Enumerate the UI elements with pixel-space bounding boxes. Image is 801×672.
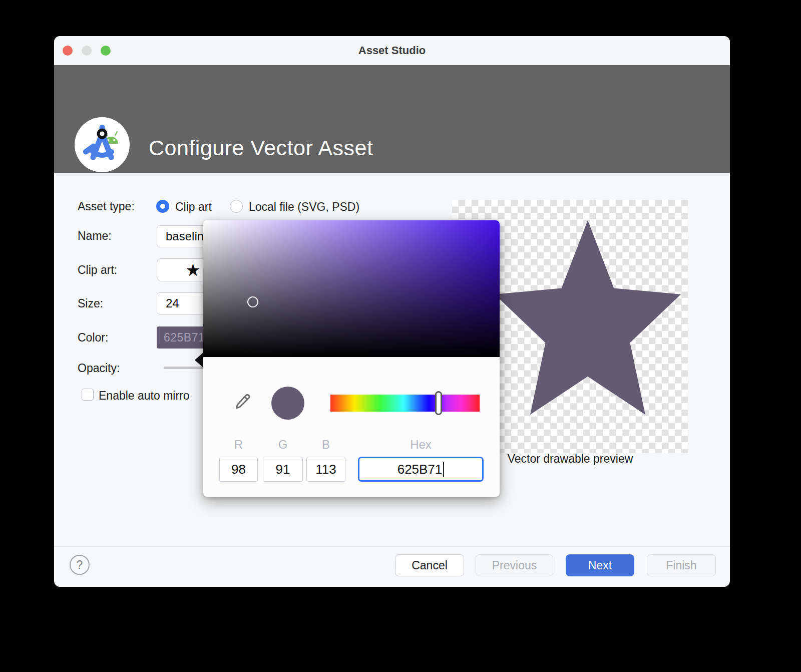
clip-art-field-label: Clip art:	[78, 263, 117, 277]
wizard-header: Configure Vector Asset	[54, 65, 730, 173]
hex-value: 625B71	[397, 462, 443, 477]
asset-type-label: Asset type:	[78, 200, 135, 213]
popup-callout-arrow	[195, 353, 203, 368]
g-input[interactable]: 91	[263, 457, 303, 482]
local-file-radio[interactable]	[230, 200, 243, 213]
cancel-button[interactable]: Cancel	[395, 554, 464, 576]
asset-studio-window: Asset Studio	[54, 36, 730, 587]
b-label: B	[306, 438, 345, 452]
window-title: Asset Studio	[54, 36, 730, 65]
star-icon: ★	[185, 261, 200, 278]
color-selection-cursor[interactable]	[247, 296, 258, 307]
hue-slider[interactable]	[330, 395, 480, 412]
r-input[interactable]: 98	[219, 457, 258, 482]
previous-button[interactable]: Previous	[476, 554, 553, 576]
footer-divider	[54, 546, 730, 547]
eyedropper-icon[interactable]	[233, 391, 253, 413]
local-file-radio-label[interactable]: Local file (SVG, PSD)	[249, 200, 359, 214]
hex-input[interactable]: 625B71	[358, 457, 484, 482]
text-cursor	[443, 462, 444, 477]
android-studio-logo-icon	[73, 116, 131, 176]
color-picker-popup: R G B Hex 98 91 113 625B71	[203, 220, 500, 497]
clip-art-radio[interactable]	[156, 200, 169, 213]
saturation-brightness-pane[interactable]	[203, 220, 500, 357]
size-label: Size:	[78, 297, 103, 310]
current-color-swatch	[271, 387, 304, 420]
next-button[interactable]: Next	[566, 554, 634, 576]
name-label: Name:	[78, 229, 112, 243]
screen: Asset Studio	[0, 0, 801, 672]
title-bar: Asset Studio	[54, 36, 730, 65]
color-label: Color:	[78, 331, 108, 345]
opacity-label: Opacity:	[78, 362, 120, 375]
clip-art-radio-label[interactable]: Clip art	[175, 200, 212, 214]
hue-slider-handle[interactable]	[435, 391, 442, 415]
b-input[interactable]: 113	[306, 457, 345, 482]
finish-button[interactable]: Finish	[647, 554, 716, 576]
star-preview	[495, 220, 681, 415]
help-button[interactable]: ?	[70, 555, 90, 575]
r-label: R	[219, 438, 258, 452]
wizard-title: Configure Vector Asset	[149, 94, 373, 202]
g-label: G	[263, 438, 303, 452]
auto-mirror-checkbox[interactable]	[82, 389, 94, 401]
auto-mirror-label: Enable auto mirro	[99, 389, 190, 403]
hex-label: Hex	[358, 438, 484, 452]
